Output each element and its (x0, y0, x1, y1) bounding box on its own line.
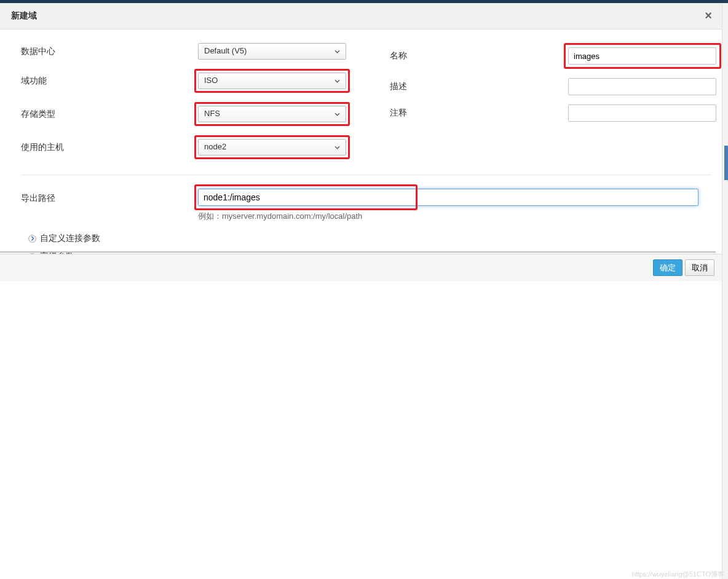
expand-custom-connection[interactable]: 自定义连接参数 (21, 233, 711, 244)
scrollbar-thumb[interactable] (724, 146, 728, 180)
arrow-right-icon (28, 235, 36, 243)
chevron-down-icon (334, 144, 340, 150)
export-path-hint: 例如：myserver.mydomain.com:/my/local/path (21, 211, 711, 222)
chevron-down-icon (334, 78, 340, 84)
dialog-header: 新建域 × (0, 3, 722, 30)
watermark: https://wuyeliang@51CTO博客 (632, 570, 724, 579)
label-data-center: 数据中心 (21, 46, 198, 57)
ok-button[interactable]: 确定 (653, 259, 682, 276)
label-export-path: 导出路径 (21, 189, 198, 204)
select-storage-type-value: NFS (204, 109, 220, 118)
label-use-host: 使用的主机 (21, 142, 198, 153)
input-description[interactable] (568, 78, 716, 95)
dialog-title: 新建域 (11, 10, 37, 20)
select-use-host[interactable]: node2 (198, 139, 346, 156)
select-domain-function[interactable]: ISO (198, 73, 346, 89)
select-storage-type[interactable]: NFS (198, 106, 346, 122)
select-use-host-value: node2 (204, 142, 226, 151)
input-name[interactable] (568, 47, 716, 65)
select-data-center-value: Default (V5) (204, 46, 247, 55)
input-comment[interactable] (568, 104, 716, 122)
expand-custom-connection-label: 自定义连接参数 (40, 233, 100, 244)
label-comment: 注释 (390, 108, 568, 119)
chevron-down-icon (334, 49, 340, 54)
chevron-down-icon (334, 111, 340, 117)
label-domain-function: 域功能 (21, 76, 198, 87)
close-icon[interactable]: × (705, 9, 712, 22)
label-name: 名称 (390, 50, 568, 61)
select-domain-function-value: ISO (204, 76, 218, 85)
divider (21, 175, 711, 175)
label-description: 描述 (390, 81, 568, 92)
select-data-center[interactable]: Default (V5) (198, 43, 346, 60)
cancel-button[interactable]: 取消 (685, 259, 714, 276)
label-storage-type: 存储类型 (21, 109, 198, 120)
input-export-path[interactable] (198, 189, 698, 206)
scrollbar-track[interactable] (722, 3, 728, 579)
